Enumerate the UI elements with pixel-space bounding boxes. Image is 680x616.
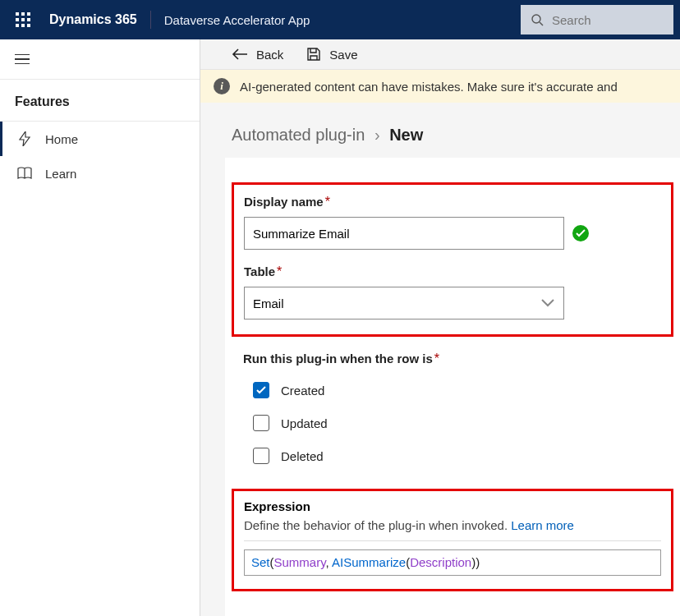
brand-divider <box>150 11 151 29</box>
lightning-icon <box>17 131 32 146</box>
save-label: Save <box>329 48 357 62</box>
breadcrumb: Automated plug-in › New <box>200 103 680 158</box>
breadcrumb-separator: › <box>374 126 380 144</box>
brand-title: Dynamics 365 <box>49 12 137 27</box>
run-when-section: Run this plug-in when the row is* Create… <box>232 352 673 472</box>
svg-line-1 <box>540 22 543 25</box>
expression-description: Define the behavior of the plug-in when … <box>244 518 661 532</box>
sidebar-item-label: Learn <box>45 167 76 181</box>
back-button[interactable]: Back <box>232 48 283 62</box>
display-name-input[interactable] <box>244 217 564 250</box>
learn-more-link[interactable]: Learn more <box>511 518 574 532</box>
required-marker: * <box>325 195 330 209</box>
checkbox-icon <box>253 382 269 398</box>
chevron-down-icon <box>540 298 555 308</box>
save-icon <box>306 47 321 62</box>
search-icon <box>531 13 544 26</box>
table-select[interactable]: Email <box>244 287 564 319</box>
option-created[interactable]: Created <box>243 374 673 407</box>
top-nav-bar: Dynamics 365 Dataverse Accelerator App <box>0 0 680 39</box>
expression-title: Expression <box>244 499 661 513</box>
sidebar: Features Home Learn <box>0 39 200 616</box>
svg-point-0 <box>532 15 540 23</box>
ai-warning-banner: i AI-generated content can have mistakes… <box>200 70 680 103</box>
sidebar-item-label: Home <box>45 132 78 146</box>
main-content: Back Save i AI-generated content can hav… <box>200 39 680 616</box>
expression-input[interactable]: Set(Summary, AISummarize(Description)) <box>244 549 661 576</box>
checkbox-icon <box>253 415 269 431</box>
search-input[interactable] <box>552 13 664 27</box>
search-box[interactable] <box>521 5 673 34</box>
breadcrumb-current: New <box>389 126 423 144</box>
back-arrow-icon <box>232 48 248 60</box>
expression-divider <box>244 540 661 541</box>
run-when-label: Run this plug-in when the row is <box>243 352 433 365</box>
app-launcher-button[interactable] <box>7 3 39 36</box>
app-name: Dataverse Accelerator App <box>164 13 310 27</box>
table-label: Table <box>244 264 275 278</box>
save-button[interactable]: Save <box>306 47 357 62</box>
expression-highlight: Expression Define the behavior of the pl… <box>232 489 673 591</box>
table-select-value: Email <box>253 297 284 310</box>
option-updated[interactable]: Updated <box>243 407 673 439</box>
breadcrumb-parent[interactable]: Automated plug-in <box>232 126 365 144</box>
waffle-icon <box>16 12 30 27</box>
form-card: Display name* Table* Email <box>225 158 680 616</box>
option-label: Created <box>281 384 324 398</box>
hamburger-icon <box>15 54 30 65</box>
back-label: Back <box>256 48 283 62</box>
sidebar-item-learn[interactable]: Learn <box>0 156 200 191</box>
display-name-label: Display name <box>244 195 324 209</box>
checkbox-icon <box>253 448 269 464</box>
option-label: Deleted <box>281 449 324 463</box>
name-table-highlight: Display name* Table* Email <box>232 182 673 337</box>
option-deleted[interactable]: Deleted <box>243 439 673 472</box>
banner-text: AI-generated content can have mistakes. … <box>240 80 618 94</box>
toolbar: Back Save <box>200 39 680 70</box>
required-marker: * <box>434 352 439 365</box>
sidebar-item-home[interactable]: Home <box>0 122 200 156</box>
sidebar-section-title: Features <box>0 80 200 121</box>
book-icon <box>17 166 32 181</box>
hamburger-button[interactable] <box>0 39 200 79</box>
checkmark-icon <box>572 225 589 241</box>
info-icon: i <box>214 78 230 94</box>
required-marker: * <box>277 264 282 278</box>
option-label: Updated <box>281 416 328 430</box>
